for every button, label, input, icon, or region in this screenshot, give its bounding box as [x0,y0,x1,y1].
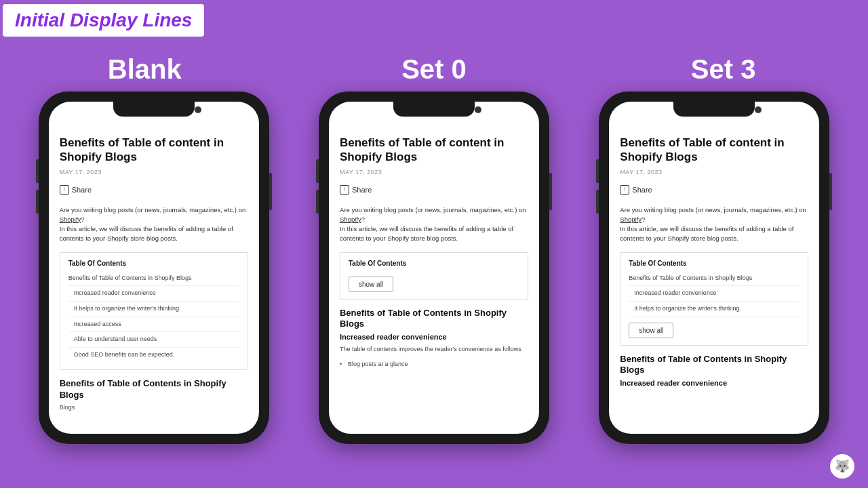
set0-toc-title: Table Of Contents [349,260,519,267]
set3-article-title: Benefits of Table of content in Shopify … [620,136,808,165]
logo-icon: 🐺 [835,459,850,474]
blank-article-body: Are you writing blog posts (or news, jou… [60,205,248,244]
toc-item-5[interactable]: Good SEO benefits can be expected. [68,348,239,363]
set0-share-btn[interactable]: ↑ Share [340,182,528,197]
toc-item-4[interactable]: Able to understand user needs [68,332,239,348]
phone-set3: Benefits of Table of content in Shopify … [599,92,829,444]
page-title: Initial Display Lines [15,9,192,31]
blank-toc-box: Table Of Contents Benefits of Table of C… [60,252,248,370]
set0-label: Set 0 [291,54,577,85]
set0-section1-title: Benefits of Table of Contents in Shopify… [340,308,528,331]
set3-section1-title: Benefits of Table of Contents in Shopify… [620,354,808,377]
blank-section1-title: Benefits of Table of Contents in Shopify… [60,378,248,401]
set3-article-body: Are you writing blog posts (or news, jou… [620,205,808,244]
blank-label: Blank [1,54,288,85]
set3-toc-item-1[interactable]: Increased reader convenience [629,286,800,302]
set0-article-title: Benefits of Table of content in Shopify … [340,136,528,165]
set0-bullet-1: Blog posts at a glance [340,360,528,369]
set0-article-date: MAY 17, 2023 [340,169,528,176]
set3-toc-title: Table Of Contents [629,260,800,267]
blank-article-title: Benefits of Table of content in Shopify … [60,136,248,165]
toc-item-3[interactable]: Increased access [68,317,239,333]
set0-share-label: Share [352,186,372,194]
set3-section1-subtitle: Increased reader convenience [620,379,808,387]
phone-set0-screen: Benefits of Table of content in Shopify … [329,102,539,434]
phones-container: Benefits of Table of content in Shopify … [0,92,868,444]
blank-toc-title: Table Of Contents [68,260,239,267]
phone-set3-screen: Benefits of Table of content in Shopify … [609,102,819,434]
set3-toc-box: Table Of Contents Benefits of Table of C… [620,252,808,346]
set3-share-label: Share [632,186,652,194]
set0-section1-subtitle: Increased reader convenience [340,333,528,341]
toc-item-0[interactable]: Benefits of Table of Contents in Shopify… [68,271,239,287]
share-icon: ↑ [60,185,69,195]
set3-toc-item-2[interactable]: It helps to organize the writer's thinki… [629,302,800,317]
set3-article-date: MAY 17, 2023 [620,169,808,176]
set3-share-btn[interactable]: ↑ Share [620,182,808,197]
phone-set0: Benefits of Table of content in Shopify … [319,92,549,444]
set0-toc-box: Table Of Contents show all [340,252,528,300]
set0-share-icon: ↑ [340,185,349,195]
toc-item-2[interactable]: It helps to organize the writer's thinki… [68,302,239,317]
title-badge: Initial Display Lines [3,4,204,37]
blank-article-date: MAY 17, 2023 [60,169,248,176]
phone-blank-screen: Benefits of Table of content in Shopify … [49,102,259,434]
set3-show-all-btn[interactable]: show all [629,323,673,338]
blank-share-label: Share [72,186,92,194]
set0-show-all-btn[interactable]: show all [349,277,393,292]
set0-section1-body: The table of contents improves the reade… [340,345,528,354]
blank-section1-body: Blogs [60,403,248,413]
set3-label: Set 3 [580,54,866,85]
set3-toc-item-0[interactable]: Benefits of Table of Contents in Shopify… [629,271,800,287]
set3-share-icon: ↑ [620,185,629,195]
phone-blank: Benefits of Table of content in Shopify … [39,92,269,444]
set0-article-body: Are you writing blog posts (or news, jou… [340,205,528,244]
toc-item-1[interactable]: Increased reader convenience [68,286,239,302]
bottom-logo: 🐺 [830,454,854,479]
blank-share-btn[interactable]: ↑ Share [60,182,248,197]
